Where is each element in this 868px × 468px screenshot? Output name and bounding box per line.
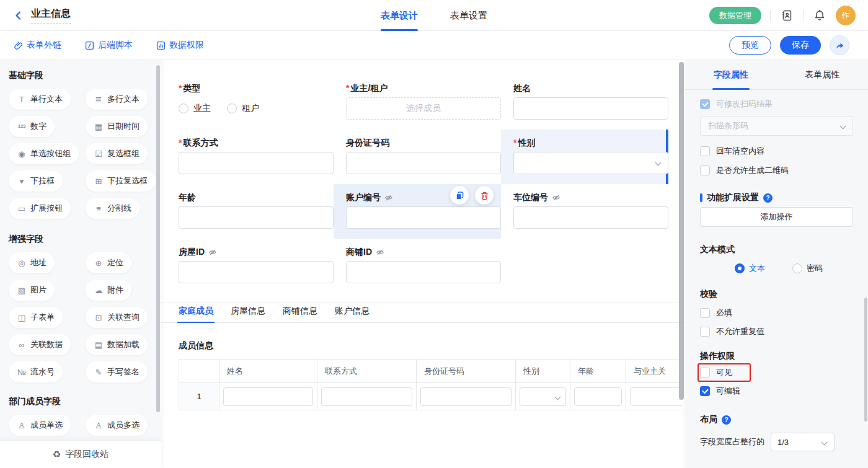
field-gender-selected[interactable]: *性别 — [501, 130, 668, 184]
text-input[interactable] — [179, 206, 334, 229]
cell-input-relation[interactable] — [630, 387, 682, 406]
canvas-scrollbar[interactable] — [679, 62, 684, 400]
field-item-member-multi[interactable]: ♙成员多选 — [86, 415, 148, 436]
field-item-checkbox-group[interactable]: ☑复选框组 — [86, 143, 148, 164]
field-item-single-line-text[interactable]: T单行文本 — [9, 89, 71, 110]
field-item-address[interactable]: ◎地址 — [9, 252, 55, 273]
cell-input-name[interactable] — [223, 387, 313, 406]
cell-input-contact[interactable] — [321, 387, 412, 406]
checkbox-clear-on-enter[interactable] — [700, 146, 710, 156]
checkbox-editable[interactable] — [700, 386, 710, 396]
avatar[interactable]: 作 — [836, 6, 856, 25]
data-permission-icon — [156, 41, 166, 50]
form-external-link[interactable]: 表单外链 — [14, 40, 61, 51]
radio-text-mode-text[interactable]: 文本 — [735, 263, 765, 274]
text-input[interactable] — [179, 152, 334, 174]
field-name[interactable]: 姓名 — [501, 75, 668, 130]
help-icon[interactable]: ? — [722, 415, 731, 425]
delete-field-button[interactable] — [475, 186, 494, 205]
address-book-icon[interactable] — [779, 8, 794, 23]
field-item-subform[interactable]: ◫子表单 — [9, 307, 63, 328]
tab-house-info[interactable]: 房屋信息 — [231, 306, 265, 322]
back-button[interactable] — [12, 9, 25, 22]
field-width-select[interactable]: 1/3 — [771, 433, 835, 451]
field-item-relation-data[interactable]: ∞关联数据 — [9, 334, 71, 355]
scan-mode-select[interactable]: 扫描条形码 — [700, 116, 853, 136]
backend-script-link[interactable]: 后端脚本 — [85, 40, 133, 51]
cell-input-age[interactable] — [574, 387, 622, 406]
field-house-id[interactable]: 房屋ID — [166, 239, 334, 293]
tab-field-properties[interactable]: 字段属性 — [714, 60, 748, 90]
notification-bell-icon[interactable] — [812, 8, 827, 23]
field-item-relation-query[interactable]: ⊡关联查询 — [86, 307, 148, 328]
help-icon[interactable]: ? — [763, 193, 773, 203]
checkbox-visible[interactable] — [700, 368, 710, 377]
text-input[interactable] — [513, 97, 668, 120]
text-input[interactable] — [346, 152, 501, 174]
col-header-name: 姓名 — [219, 360, 317, 383]
save-button[interactable]: 保存 — [780, 36, 821, 55]
field-item-number[interactable]: 123数字 — [9, 116, 55, 137]
field-item-divider-line[interactable]: ≡分割线 — [86, 198, 140, 219]
field-owner-tenant[interactable]: *业主/租户 选择成员 — [334, 75, 501, 130]
field-item-multi-dropdown[interactable]: ⊞下拉复选框 — [86, 170, 156, 192]
checkbox-no-duplicates[interactable] — [700, 327, 710, 337]
data-permission-link[interactable]: 数据权限 — [156, 40, 204, 51]
text-input[interactable] — [346, 261, 501, 283]
field-item-serial-number[interactable]: №流水号 — [9, 361, 63, 382]
field-contact[interactable]: *联系方式 — [166, 130, 334, 184]
properties-panel: 字段属性 表单属性 可修改扫码结果 扫描条形码 回车清空内容 是否允许生成二维码 — [685, 60, 868, 468]
text-input[interactable] — [346, 206, 501, 229]
field-item-member-single[interactable]: ♙成员单选 — [9, 415, 71, 436]
radio-tenant[interactable]: 租户 — [227, 103, 259, 114]
field-id-number[interactable]: 身份证号码 — [334, 130, 501, 184]
field-item-dropdown[interactable]: ▾下拉框 — [9, 170, 63, 192]
cell-select-gender[interactable] — [520, 387, 566, 406]
field-item-datetime[interactable]: ▦日期时间 — [86, 116, 148, 137]
field-type[interactable]: *类型 业主 租户 — [166, 75, 334, 130]
copy-field-button[interactable] — [450, 186, 469, 205]
table-row — [626, 383, 682, 410]
gender-select[interactable] — [513, 152, 668, 174]
field-recycle-bin[interactable]: ♻ 字段回收站 — [0, 440, 161, 468]
field-item-locate[interactable]: ⊕定位 — [86, 252, 131, 273]
checkbox-allow-qrcode[interactable] — [700, 166, 710, 175]
tab-form-settings[interactable]: 表单设置 — [450, 0, 487, 31]
cell-input-id-number[interactable] — [420, 387, 512, 406]
text-input[interactable] — [179, 261, 334, 283]
member-picker[interactable]: 选择成员 — [346, 97, 501, 120]
field-item-multi-line-text[interactable]: ≣多行文本 — [86, 89, 148, 110]
field-item-radio-group[interactable]: ◉单选按钮组 — [9, 143, 79, 164]
add-action-button[interactable]: 添加操作 — [700, 207, 853, 227]
relation-query-icon: ⊡ — [94, 314, 104, 322]
checkbox-required[interactable] — [700, 308, 710, 318]
field-item-image[interactable]: ▧图片 — [9, 280, 55, 301]
preview-button[interactable]: 预览 — [729, 36, 771, 55]
data-manage-button[interactable]: 数据管理 — [709, 7, 761, 24]
form-designer-app: 业主信息 表单设计 表单设置 数据管理 作 表单外链 — [0, 0, 868, 468]
share-button[interactable] — [830, 35, 849, 55]
field-parking-number[interactable]: 车位编号 — [501, 184, 668, 239]
sidebar-scrollbar[interactable] — [156, 65, 160, 412]
field-item-signature[interactable]: ✎手写签名 — [86, 361, 148, 382]
checkbox-scan-editable[interactable] — [700, 99, 710, 109]
field-item-attachment[interactable]: ☁附件 — [86, 280, 131, 301]
tab-family-members[interactable]: 家庭成员 — [179, 306, 213, 322]
crosshair-icon: ⊕ — [94, 259, 104, 267]
field-item-extend-button[interactable]: ▭扩展按钮 — [9, 198, 71, 219]
radio-owner[interactable]: 业主 — [179, 103, 211, 114]
field-shop-id[interactable]: 商铺ID — [334, 239, 501, 293]
radio-text-mode-password[interactable]: 密码 — [792, 263, 823, 274]
tab-account-info[interactable]: 账户信息 — [335, 306, 370, 322]
text-input[interactable] — [513, 206, 668, 229]
tab-form-design[interactable]: 表单设计 — [381, 0, 418, 31]
window-scrollbar[interactable] — [864, 298, 867, 422]
field-account-number-active[interactable]: 账户编号 — [334, 184, 501, 239]
col-header-relation: 与业主关 — [626, 360, 682, 383]
page-title[interactable]: 业主信息 — [31, 7, 71, 24]
field-age[interactable]: 年龄 — [166, 184, 334, 239]
link-icon — [14, 41, 23, 50]
field-item-data-load[interactable]: ▤数据加载 — [86, 334, 148, 355]
tab-shop-info[interactable]: 商铺信息 — [283, 306, 317, 322]
tab-form-properties[interactable]: 表单属性 — [805, 60, 839, 90]
